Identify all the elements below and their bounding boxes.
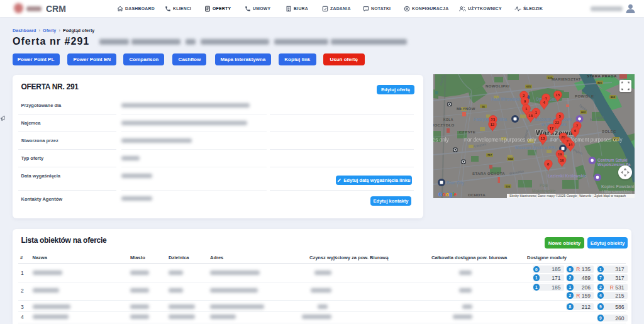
svg-text:802: 802 [611,96,616,99]
svg-text:18: 18 [528,113,533,118]
svg-text:634: 634 [508,157,513,160]
svg-text:17: 17 [550,126,554,130]
svg-text:NOWOLIPKI: NOWOLIPKI [486,84,509,88]
svg-text:Muzeum Życia w PRL: Muzeum Życia w PRL [515,145,557,150]
svg-text:MOCZYDŁO: MOCZYDŁO [433,123,455,127]
svg-text:Zgłoś błąd w mapach: Zgłoś błąd w mapach [594,194,626,198]
svg-text:OCHOTA: OCHOTA [468,193,486,197]
svg-text:56: 56 [482,105,485,108]
svg-text:19: 19 [558,152,562,156]
svg-text:For development purposes only: For development purposes only [433,137,450,143]
svg-text:Dane mapy ©2025 Google: Dane mapy ©2025 Google [538,194,577,198]
svg-text:13: 13 [541,136,545,140]
svg-text:536: 536 [506,185,511,188]
svg-text:CZYSTE: CZYSTE [459,130,475,134]
svg-text:801: 801 [597,81,602,84]
svg-text:Muzeum Narodowe: Muzeum Narodowe [535,117,572,121]
svg-text:MARIENSZTAT: MARIENSZTAT [552,77,581,81]
svg-text:POWIŚLE: POWIŚLE [575,94,594,98]
svg-text:Pole: Pole [540,183,548,187]
svg-text:Warunki: Warunki [579,194,591,198]
svg-text:MŁYNÓW: MŁYNÓW [457,106,475,111]
svg-text:12: 12 [491,122,495,126]
svg-text:For development purposes only: For development purposes only [464,137,537,143]
svg-text:Hala Mirowska: Hala Mirowska [491,97,520,101]
svg-text:22: 22 [555,120,560,125]
svg-text:16: 16 [560,158,564,162]
svg-text:Łazienki Królewskie: Łazienki Królewskie [548,174,587,178]
svg-text:14: 14 [569,142,573,147]
svg-text:KOLA: KOLA [443,118,453,121]
svg-text:Mokotowskie: Mokotowskie [532,189,556,193]
svg-text:i Warszawskieg: i Warszawskieg [602,189,632,194]
svg-text:SOLEC: SOLEC [602,130,616,133]
svg-text:717: 717 [487,154,492,157]
svg-text:e: e [454,191,457,198]
svg-text:Blue City: Blue City [447,181,465,186]
svg-text:Skróty klawiszowe: Skróty klawiszowe [509,194,536,198]
svg-text:STARA OCHOTA: STARA OCHOTA [472,172,505,176]
svg-text:635: 635 [526,85,531,88]
svg-text:15: 15 [556,92,560,97]
svg-text:STARA PRAGA: STARA PRAGA [587,74,617,78]
